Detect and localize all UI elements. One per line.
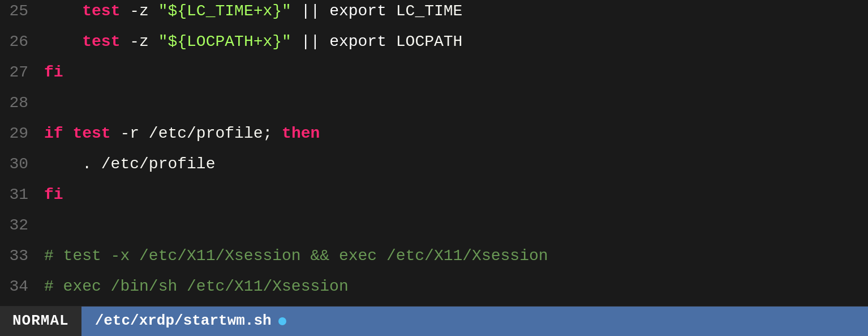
token-kw: fi — [44, 63, 63, 81]
token-plain: LC_TIME — [386, 2, 462, 20]
line-number: 31 — [0, 184, 38, 207]
vim-mode: NORMAL — [0, 307, 81, 336]
line-content: test -z "${LC_TIME+x}" || export LC_TIME — [38, 0, 868, 23]
line-number: 28 — [0, 92, 38, 115]
line-content: fi — [38, 61, 868, 84]
token-comment: # exec /bin/sh /etc/X11/Xsession — [44, 278, 349, 295]
line-content: test -z "${LOCPATH+x}" || export LOCPATH — [38, 31, 868, 54]
token-kw: test — [82, 2, 120, 20]
token-plain — [320, 2, 329, 20]
line-number: 32 — [0, 214, 38, 237]
line-number: 34 — [0, 275, 38, 299]
token-op: || — [301, 33, 320, 50]
line-content: . /etc/profile — [38, 153, 868, 176]
line-number: 29 — [0, 122, 38, 146]
line-number: 26 — [0, 31, 38, 54]
line-number: 33 — [0, 245, 38, 268]
line-number: 25 — [0, 0, 38, 23]
token-plain — [44, 2, 82, 20]
line-content: # exec /bin/sh /etc/X11/Xsession — [38, 275, 868, 299]
token-kw: if — [44, 125, 63, 142]
code-line: 29if test -r /etc/profile; then — [0, 122, 868, 153]
code-line: 27fi — [0, 61, 868, 92]
code-line: 30 . /etc/profile — [0, 153, 868, 184]
code-line: 33# test -x /etc/X11/Xsession && exec /e… — [0, 245, 868, 275]
code-line: 34# exec /bin/sh /etc/X11/Xsession — [0, 275, 868, 306]
token-kw: fi — [44, 186, 63, 203]
code-line: 32 — [0, 214, 868, 245]
token-plain — [320, 33, 329, 50]
line-content: if test -r /etc/profile; then — [38, 122, 868, 146]
code-line: 28 — [0, 92, 868, 122]
line-number: 27 — [0, 61, 38, 84]
token-comment: # test -x /etc/X11/Xsession && exec /etc… — [44, 247, 548, 265]
token-plain: -r /etc/profile; — [111, 125, 282, 142]
code-line: 26 test -z "${LOCPATH+x}" || export LOCP… — [0, 31, 868, 61]
line-number: 30 — [0, 153, 38, 176]
status-bar: NORMAL /etc/xrdp/startwm.sh — [0, 307, 868, 336]
token-plain — [291, 2, 301, 20]
token-kw: test — [82, 33, 120, 50]
token-kw: then — [282, 125, 320, 142]
token-plain: -z — [120, 33, 158, 50]
token-op: || — [301, 2, 320, 20]
code-line: 25 test -z "${LC_TIME+x}" || export LC_T… — [0, 0, 868, 31]
code-line: 31fi — [0, 184, 868, 214]
status-dot — [278, 317, 286, 325]
editor-area: 25 test -z "${LC_TIME+x}" || export LC_T… — [0, 0, 868, 307]
file-path: /etc/xrdp/startwm.sh — [81, 311, 300, 332]
line-content: fi — [38, 184, 868, 207]
token-cmd: export — [329, 2, 386, 20]
token-plain: -z — [120, 2, 158, 20]
token-plain: LOCPATH — [386, 33, 462, 50]
token-str: "${LC_TIME+x}" — [158, 2, 291, 20]
token-plain — [63, 125, 73, 142]
line-content: # test -x /etc/X11/Xsession && exec /etc… — [38, 245, 868, 268]
token-plain — [44, 33, 82, 50]
token-kw: test — [72, 125, 110, 142]
token-str: "${LOCPATH+x}" — [158, 33, 291, 50]
token-cmd: export — [329, 33, 386, 50]
token-plain — [291, 33, 301, 50]
token-plain: . /etc/profile — [44, 155, 215, 173]
